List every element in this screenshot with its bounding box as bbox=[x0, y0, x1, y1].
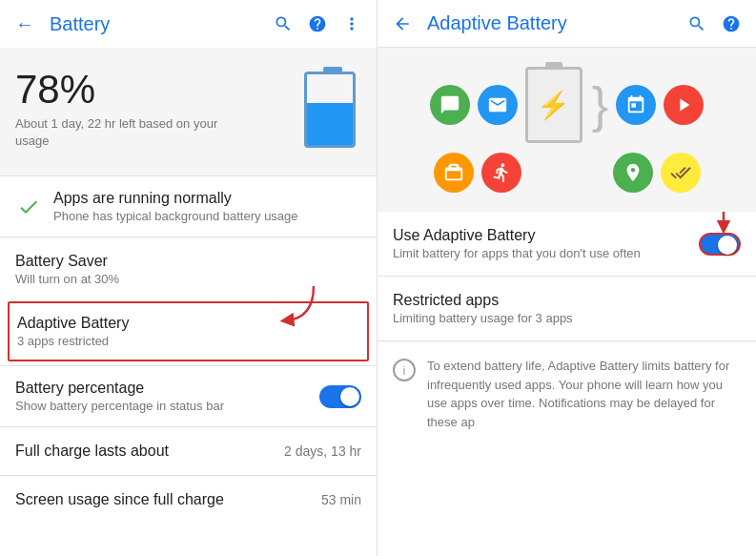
left-header-icons bbox=[274, 14, 361, 33]
right-title: Adaptive Battery bbox=[427, 12, 687, 34]
battery-description: About 1 day, 22 hr left based on your us… bbox=[15, 115, 225, 150]
left-panel: ← Battery 78% About 1 day, 22 hr left ba… bbox=[0, 0, 378, 556]
adaptive-battery-subtitle: 3 apps restricted bbox=[17, 334, 359, 348]
illustration-area: ⚡ } bbox=[378, 48, 756, 212]
left-back-button[interactable]: ← bbox=[15, 13, 34, 35]
battery-percentage-toggle[interactable] bbox=[319, 385, 361, 408]
info-text: To extend battery life, Adaptive Battery… bbox=[427, 357, 741, 431]
app-icon-calendar bbox=[616, 85, 656, 125]
use-adaptive-battery-text: Use Adaptive Battery Limit battery for a… bbox=[393, 227, 641, 260]
battery-illu-top bbox=[545, 62, 562, 68]
battery-outer bbox=[304, 72, 356, 148]
battery-illustration-container: ⚡ bbox=[525, 67, 582, 143]
use-adaptive-battery-title: Use Adaptive Battery bbox=[393, 227, 641, 244]
adaptive-battery-toggle[interactable] bbox=[699, 233, 741, 256]
battery-info: 78% About 1 day, 22 hr left based on you… bbox=[15, 70, 225, 150]
adaptive-toggle-knob bbox=[718, 236, 737, 255]
left-header: ← Battery bbox=[0, 0, 377, 48]
left-title: Battery bbox=[50, 13, 274, 35]
apps-running-text: Apps are running normally Phone has typi… bbox=[53, 190, 298, 223]
right-bracket-top: } bbox=[592, 80, 608, 130]
battery-percentage-title: Battery percentage bbox=[15, 380, 224, 397]
illustration-top-row: ⚡ } bbox=[400, 67, 733, 143]
app-icon-fitness bbox=[481, 153, 521, 193]
battery-icon bbox=[304, 67, 361, 153]
app-icon-work bbox=[434, 153, 474, 193]
right-back-button[interactable] bbox=[393, 14, 412, 33]
app-icon-video bbox=[664, 85, 704, 125]
use-adaptive-battery-row[interactable]: Use Adaptive Battery Limit battery for a… bbox=[378, 212, 756, 277]
info-icon: i bbox=[393, 359, 416, 381]
info-row: i To extend battery life, Adaptive Batte… bbox=[378, 341, 756, 446]
battery-illustration: ⚡ bbox=[525, 67, 582, 143]
toggle-knob bbox=[340, 387, 359, 406]
screen-usage-value: 53 min bbox=[321, 492, 361, 507]
toggle-container-right bbox=[699, 233, 741, 256]
right-content: Use Adaptive Battery Limit battery for a… bbox=[378, 212, 756, 556]
battery-percentage-subtitle: Show battery percentage in status bar bbox=[15, 399, 224, 413]
right-search-button[interactable] bbox=[687, 14, 706, 33]
battery-percentage-text: Battery percentage Show battery percenta… bbox=[15, 380, 224, 413]
right-help-button[interactable] bbox=[722, 14, 741, 33]
battery-percent: 78% bbox=[15, 70, 225, 110]
full-charge-value: 2 days, 13 hr bbox=[284, 443, 361, 459]
battery-fill bbox=[307, 103, 353, 145]
app-icon-maps bbox=[613, 153, 653, 193]
restricted-apps-title: Restricted apps bbox=[393, 292, 741, 309]
right-header-icons bbox=[687, 14, 741, 33]
right-panel: Adaptive Battery ⚡ bbox=[378, 0, 756, 556]
battery-saver-item[interactable]: Battery Saver Will turn on at 30% bbox=[0, 237, 377, 301]
right-header: Adaptive Battery bbox=[378, 0, 756, 48]
apps-running-item[interactable]: Apps are running normally Phone has typi… bbox=[0, 176, 377, 237]
full-charge-item[interactable]: Full charge lasts about 2 days, 13 hr bbox=[0, 427, 377, 475]
red-arrow-left bbox=[276, 284, 323, 336]
use-adaptive-battery-subtitle: Limit battery for apps that you don't us… bbox=[393, 246, 641, 260]
battery-summary: 78% About 1 day, 22 hr left based on you… bbox=[0, 48, 377, 175]
illustration-bottom-row bbox=[400, 153, 733, 193]
app-icon-camera bbox=[661, 153, 701, 193]
battery-percentage-item[interactable]: Battery percentage Show battery percenta… bbox=[0, 366, 377, 426]
app-icon-email bbox=[478, 85, 518, 125]
apps-running-icon bbox=[15, 194, 42, 220]
restricted-apps-row[interactable]: Restricted apps Limiting battery usage f… bbox=[378, 277, 756, 341]
left-more-button[interactable] bbox=[342, 14, 361, 33]
left-search-button[interactable] bbox=[274, 14, 293, 33]
apps-running-title: Apps are running normally bbox=[53, 190, 298, 207]
app-icon-messages bbox=[430, 85, 470, 125]
screen-usage-title: Screen usage since full charge bbox=[15, 491, 224, 508]
left-help-button[interactable] bbox=[308, 14, 327, 33]
apps-running-subtitle: Phone has typical background battery usa… bbox=[53, 209, 298, 223]
battery-saver-title: Battery Saver bbox=[15, 253, 361, 270]
restricted-apps-subtitle: Limiting battery usage for 3 apps bbox=[393, 311, 641, 325]
lightning-icon: ⚡ bbox=[537, 90, 570, 121]
screen-usage-item[interactable]: Screen usage since full charge 53 min bbox=[0, 476, 377, 524]
full-charge-title: Full charge lasts about bbox=[15, 443, 169, 460]
